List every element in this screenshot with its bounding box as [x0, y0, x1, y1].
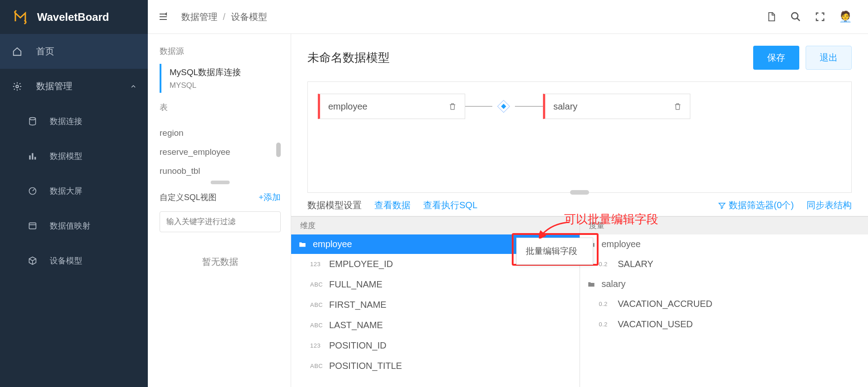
- svg-rect-2: [29, 155, 31, 159]
- tab-view-data[interactable]: 查看数据: [374, 199, 410, 211]
- sidebar-label-home: 首页: [36, 45, 54, 57]
- document-icon[interactable]: [765, 10, 778, 23]
- measures-header: 度量: [580, 217, 868, 234]
- breadcrumb-sep: /: [223, 12, 226, 22]
- logo-icon: [13, 10, 28, 25]
- mea-folder-employee[interactable]: employee: [580, 234, 868, 254]
- field-name: EMPLOYEE_ID: [329, 259, 393, 269]
- field-name: VACATION_ACCRUED: [618, 299, 712, 309]
- svg-point-0: [16, 85, 19, 88]
- field-name: POSITION_ID: [329, 340, 387, 351]
- field-row[interactable]: ABCFIRST_NAME: [291, 295, 580, 315]
- custom-sql-title: 自定义SQL视图: [160, 192, 217, 203]
- sidebar-sub-label: 数据值映射: [50, 220, 90, 231]
- mea-folder-label: salary: [602, 279, 626, 289]
- join-diamond-icon[interactable]: [492, 98, 515, 115]
- svg-point-1: [29, 117, 35, 119]
- sidebar-item-data-mgmt[interactable]: 数据管理: [0, 69, 148, 104]
- sidebar-sub-device-model[interactable]: 设备模型: [0, 243, 148, 278]
- sidebar-sub-value-mapping[interactable]: 数据值映射: [0, 208, 148, 243]
- sidebar-item-home[interactable]: 首页: [0, 34, 148, 69]
- tab-model-settings[interactable]: 数据模型设置: [307, 199, 362, 211]
- field-row[interactable]: 0.2VACATION_ACCRUED: [580, 294, 868, 314]
- tab-view-sql[interactable]: 查看执行SQL: [423, 199, 477, 211]
- gear-icon: [12, 81, 23, 91]
- field-row[interactable]: 123POSITION_ID: [291, 335, 580, 356]
- scrollbar-thumb[interactable]: [276, 143, 281, 157]
- chevron-up-icon: [130, 83, 137, 90]
- resize-grip[interactable]: [211, 181, 230, 184]
- trash-icon[interactable]: [448, 102, 457, 110]
- folder-open-icon: [587, 280, 595, 288]
- resize-grip[interactable]: [570, 190, 589, 195]
- add-sql-link[interactable]: +添加: [259, 191, 281, 203]
- sidebar-sub-data-connection[interactable]: 数据连接: [0, 104, 148, 139]
- save-button[interactable]: 保存: [753, 46, 799, 70]
- trash-icon[interactable]: [674, 102, 682, 110]
- menu-toggle-icon[interactable]: [157, 10, 170, 23]
- ds-connection[interactable]: MySQL数据库连接 MYSQL: [160, 64, 281, 93]
- field-row[interactable]: 0.2VACATION_USED: [580, 314, 868, 334]
- ds-title: 数据源: [160, 46, 281, 57]
- join-canvas[interactable]: employee salary: [307, 81, 852, 193]
- breadcrumb: 数据管理 / 设备模型: [181, 11, 267, 23]
- sync-structure-link[interactable]: 同步表结构: [807, 199, 852, 211]
- field-name: VACATION_USED: [618, 319, 693, 330]
- ds-table-list: region reserve_employee runoob_tbl: [160, 124, 281, 178]
- brand-logo[interactable]: WaveletBoard: [0, 0, 148, 34]
- field-type: ABC: [310, 301, 323, 308]
- svg-point-7: [792, 13, 798, 19]
- search-icon[interactable]: [789, 10, 802, 23]
- field-name: LAST_NAME: [329, 320, 383, 330]
- data-filter-link[interactable]: 数据筛选器(0个): [718, 199, 794, 211]
- field-name: POSITION_TITLE: [329, 361, 402, 371]
- field-type: 0.2: [599, 261, 612, 268]
- field-type: 123: [310, 261, 323, 268]
- ds-table-item[interactable]: region: [160, 124, 281, 143]
- sidebar-sub-label: 数据模型: [50, 151, 82, 162]
- sidebar-sub-label: 数据连接: [50, 116, 82, 127]
- join-node-label: employee: [328, 101, 368, 112]
- field-type: ABC: [310, 281, 323, 288]
- field-type: 123: [310, 342, 323, 349]
- sidebar-sub-data-model[interactable]: 数据模型: [0, 139, 148, 173]
- sidebar-sub-dashboard[interactable]: 数据大屏: [0, 173, 148, 208]
- svg-rect-4: [34, 157, 36, 159]
- mea-folder-label: employee: [602, 239, 641, 249]
- ds-connection-name: MySQL数据库连接: [170, 67, 281, 78]
- mapping-icon: [27, 221, 38, 230]
- field-type: ABC: [310, 322, 323, 329]
- join-node-employee[interactable]: employee: [318, 94, 465, 119]
- field-type: 0.2: [599, 321, 612, 328]
- ds-table-item[interactable]: reserve_employee: [160, 143, 281, 162]
- dashboard-icon: [27, 186, 38, 196]
- join-node-label: salary: [553, 101, 577, 112]
- exit-button[interactable]: 退出: [806, 46, 852, 70]
- breadcrumb-a[interactable]: 数据管理: [181, 11, 217, 23]
- field-row[interactable]: ABCFULL_NAME: [291, 274, 580, 295]
- brand-name: WaveletBoard: [37, 11, 109, 24]
- fullscreen-icon[interactable]: [814, 10, 826, 23]
- field-type: 0.2: [599, 301, 612, 307]
- filter-icon: [718, 201, 726, 210]
- avatar[interactable]: 🧑‍💼: [838, 10, 853, 24]
- field-row[interactable]: ABCLAST_NAME: [291, 315, 580, 335]
- svg-rect-6: [29, 223, 36, 229]
- dimensions-header: 维度: [291, 217, 580, 234]
- ds-empty: 暂无数据: [160, 256, 281, 268]
- ds-table-item[interactable]: runoob_tbl: [160, 162, 281, 178]
- breadcrumb-b: 设备模型: [231, 11, 267, 23]
- ds-tables-title: 表: [160, 102, 281, 113]
- database-icon: [27, 117, 38, 126]
- filter-input[interactable]: [160, 211, 281, 232]
- join-node-salary[interactable]: salary: [543, 94, 690, 119]
- mea-folder-salary[interactable]: salary: [580, 274, 868, 294]
- ds-connection-type: MYSQL: [170, 81, 281, 90]
- folder-open-icon: [298, 240, 307, 248]
- field-row[interactable]: ABCPOSITION_TITLE: [291, 356, 580, 376]
- data-filter-label: 数据筛选器(0个): [729, 199, 794, 211]
- sidebar-sub-label: 数据大屏: [50, 186, 82, 196]
- field-row[interactable]: 0.2 SALARY: [580, 254, 868, 274]
- sidebar-label-data-mgmt: 数据管理: [36, 80, 72, 92]
- context-menu-batch-edit[interactable]: 批量编辑字段: [516, 238, 593, 265]
